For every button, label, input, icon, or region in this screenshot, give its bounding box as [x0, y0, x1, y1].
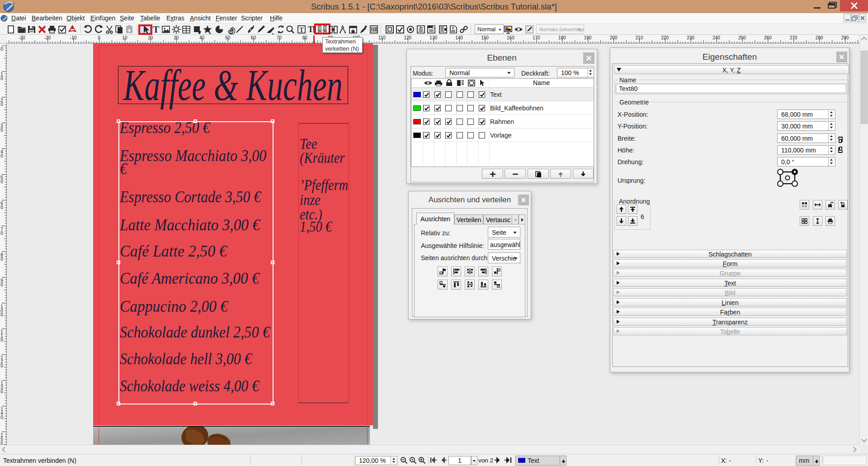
svg-text:270: 270	[790, 35, 797, 40]
svg-text:180: 180	[558, 35, 566, 40]
svg-text:80: 80	[302, 35, 308, 40]
svg-text:0: 0	[0, 153, 3, 158]
svg-text:0: 0	[0, 389, 3, 394]
svg-text:10: 10	[122, 35, 127, 40]
svg-text:160: 160	[507, 35, 514, 40]
svg-text:110: 110	[378, 35, 386, 40]
svg-text:0: 0	[0, 76, 3, 81]
svg-text:120: 120	[404, 35, 411, 40]
svg-text:280: 280	[816, 35, 823, 40]
svg-text:0: 0	[0, 312, 3, 317]
svg-text:60: 60	[251, 35, 256, 40]
svg-text:0: 0	[0, 179, 3, 184]
svg-text:30: 30	[174, 35, 179, 40]
svg-text:-20: -20	[44, 35, 51, 40]
svg-text:0: 0	[0, 415, 3, 420]
svg-text:140: 140	[455, 35, 463, 40]
svg-text:230: 230	[687, 35, 694, 40]
svg-text:210: 210	[636, 35, 643, 40]
svg-text:A: A	[452, 26, 454, 30]
svg-text:220: 220	[661, 35, 669, 40]
svg-text:260: 260	[764, 35, 772, 40]
svg-text:150: 150	[481, 35, 489, 40]
svg-text:0: 0	[0, 441, 3, 445]
svg-text:0: 0	[0, 231, 3, 236]
svg-text:Name: Name	[533, 79, 550, 86]
svg-text:0: 0	[0, 47, 3, 52]
svg-text:-30: -30	[19, 35, 25, 40]
svg-text:190: 190	[584, 35, 592, 40]
svg-text:0: 0	[0, 363, 3, 368]
svg-text:T: T	[299, 27, 304, 33]
svg-text:240: 240	[712, 35, 720, 40]
svg-text:40: 40	[199, 35, 205, 40]
svg-text:-10: -10	[70, 35, 77, 40]
svg-text:200: 200	[610, 35, 618, 40]
svg-text:0: 0	[0, 128, 3, 133]
svg-text:0: 0	[0, 282, 3, 287]
svg-text:0: 0	[0, 338, 3, 342]
svg-text:290: 290	[841, 35, 849, 40]
svg-text:130: 130	[429, 35, 437, 40]
svg-text:20: 20	[148, 35, 153, 40]
svg-text:0: 0	[98, 35, 100, 40]
svg-text:50: 50	[225, 35, 231, 40]
svg-text:250: 250	[738, 35, 746, 40]
svg-text:T: T	[153, 24, 159, 34]
svg-text:170: 170	[533, 35, 540, 40]
svg-text:0: 0	[0, 257, 3, 262]
svg-text:0: 0	[0, 102, 3, 107]
svg-text:0: 0	[0, 205, 3, 210]
svg-text:70: 70	[277, 35, 282, 40]
svg-text:T: T	[308, 24, 314, 34]
